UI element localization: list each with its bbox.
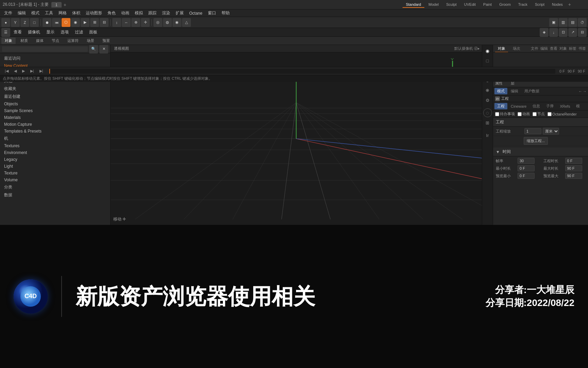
tab-operator[interactable]: 运算符 xyxy=(64,37,82,44)
tl-start[interactable]: |◀ xyxy=(3,68,11,74)
rail-cube-icon[interactable]: □ xyxy=(483,56,492,65)
tree-motion-capture[interactable]: Motion Capture xyxy=(0,121,110,128)
sec-icon1[interactable]: ☰ xyxy=(1,28,10,37)
menu-help[interactable]: 帮助 xyxy=(219,10,232,17)
fr-bookmark-menu[interactable]: 书签 xyxy=(578,46,586,51)
menu-simulate[interactable]: 模拟 xyxy=(132,10,146,17)
fr-file-menu[interactable]: 文件 xyxy=(531,46,538,51)
menu-mesh[interactable]: 网格 xyxy=(56,10,69,17)
tab-material[interactable]: 材质 xyxy=(17,37,31,44)
sec-icon-right3[interactable]: ⊡ xyxy=(559,28,568,37)
search-btn[interactable]: 🔍 xyxy=(89,45,98,53)
menu-volume[interactable]: 体积 xyxy=(69,10,83,17)
scale-unit-select[interactable]: 厘米 毫米 米 xyxy=(543,128,559,135)
mode-track[interactable]: Track xyxy=(515,2,531,8)
mode-paint[interactable]: Paint xyxy=(480,2,495,8)
preview-max-input[interactable] xyxy=(565,173,582,179)
tool-timer[interactable]: ⏱ xyxy=(578,18,587,27)
tool-render-right1[interactable]: ▣ xyxy=(549,18,558,27)
prop-back-btn[interactable]: ← xyxy=(578,89,582,93)
tool-rotate[interactable]: ↔ xyxy=(122,18,131,27)
tool-stop[interactable]: ▶ xyxy=(81,18,89,27)
vp-view-menu[interactable]: 查看 xyxy=(11,29,24,36)
tool-transform[interactable]: ✛ xyxy=(141,18,150,27)
tool-mode3[interactable]: Z xyxy=(20,18,29,27)
tool-mode4[interactable]: □ xyxy=(30,18,39,27)
fps-input[interactable] xyxy=(518,158,535,164)
fr-tag-menu[interactable]: 标签 xyxy=(569,46,576,51)
cb-nodes[interactable]: 节点 xyxy=(533,111,545,117)
tree-light[interactable]: Light xyxy=(0,163,110,170)
tree-favorites[interactable]: 收藏夹 xyxy=(0,85,110,93)
sec-icon-right1[interactable]: ◈ xyxy=(540,28,549,37)
tab-nodes[interactable]: 节点 xyxy=(48,37,63,44)
tool-prev[interactable]: ⏮ xyxy=(52,18,61,27)
tool-snap[interactable]: ⊞ xyxy=(90,18,99,27)
menu-extend[interactable]: 扩展 xyxy=(173,10,186,17)
tool-render[interactable]: ⬡ xyxy=(62,18,70,27)
menu-character[interactable]: 角色 xyxy=(105,10,118,17)
prop-tab-mode[interactable]: 模式 xyxy=(494,88,507,94)
menu-octane[interactable]: Octane xyxy=(186,10,205,16)
tool-mode1[interactable]: ● xyxy=(1,18,10,27)
cb-animation[interactable]: 动画 xyxy=(518,111,530,117)
tree-category[interactable]: 分类 xyxy=(0,183,110,191)
cb-nodes-input[interactable] xyxy=(533,112,537,116)
add-mode-tab[interactable]: + xyxy=(568,2,571,8)
rail-spline-icon[interactable]: ❋ xyxy=(483,86,492,95)
vp-filter-menu[interactable]: 过滤 xyxy=(72,29,86,36)
tool-coord2[interactable]: ◍ xyxy=(163,18,172,27)
vp-camera-menu[interactable]: 摄像机 xyxy=(25,29,43,36)
tree-texture[interactable]: Texture xyxy=(0,170,110,177)
tool-scale[interactable]: ⊕ xyxy=(131,18,140,27)
tool-render2[interactable]: ◉ xyxy=(71,18,80,27)
min-dur-input[interactable] xyxy=(518,165,535,171)
timeline-scrubber[interactable] xyxy=(49,69,555,74)
tool-move[interactable]: ↕ xyxy=(112,18,121,27)
mode-uvedit[interactable]: UVEdit xyxy=(461,2,479,8)
sec-icon-right4[interactable]: ↗ xyxy=(568,28,577,37)
prop-tab-userdata[interactable]: 用户数据 xyxy=(522,88,542,94)
menu-track[interactable]: 跟踪 xyxy=(146,10,159,17)
menu-window[interactable]: 窗口 xyxy=(205,10,219,17)
search-input[interactable] xyxy=(2,46,88,52)
scale-project-btn[interactable]: 缩放工程... xyxy=(524,137,548,145)
tool-mode2[interactable]: Y xyxy=(11,18,20,27)
tab-object[interactable]: 对象 xyxy=(1,37,16,44)
tab-scene[interactable]: 场景 xyxy=(83,37,98,44)
rail-palette-icon[interactable]: ◌ xyxy=(483,108,492,117)
tab-preset[interactable]: 预置 xyxy=(99,37,113,44)
vp-display-menu[interactable]: 显示 xyxy=(44,29,57,36)
fr-obj-menu[interactable]: 对象 xyxy=(559,46,567,51)
menu-render[interactable]: 渲染 xyxy=(159,10,173,17)
tl-prev[interactable]: ◀ xyxy=(12,68,19,74)
tree-materials[interactable]: Materials xyxy=(0,114,110,121)
cb-octane[interactable]: OctaneRender xyxy=(548,112,577,116)
menu-animate[interactable]: 动画 xyxy=(118,10,132,17)
tl-play[interactable]: ▶ xyxy=(20,68,27,74)
duration-input[interactable] xyxy=(565,158,582,164)
panel-close-btn[interactable]: ✕ xyxy=(99,45,108,53)
tool-snap2[interactable]: ⊟ xyxy=(100,18,109,27)
mode-sculpt[interactable]: Sculpt xyxy=(443,2,460,8)
tree-recent-create[interactable]: 最近创建 xyxy=(0,93,110,101)
menu-tools[interactable]: 工具 xyxy=(42,10,56,17)
menu-edit[interactable]: 编辑 xyxy=(15,10,29,17)
tl-end[interactable]: ▶| xyxy=(37,68,45,74)
cb-octane-input[interactable] xyxy=(548,112,552,116)
rail-deformer-icon[interactable]: ⚙ xyxy=(483,96,492,105)
add-tab-button[interactable]: + xyxy=(64,2,66,7)
ctab-info[interactable]: 信息 xyxy=(530,103,543,109)
tool-record[interactable]: ⏺ xyxy=(43,18,51,27)
sec-icon-right5[interactable]: ⊟ xyxy=(578,28,587,37)
mode-model[interactable]: Model xyxy=(425,2,442,8)
tree-templates[interactable]: Templates & Presets xyxy=(0,128,110,135)
tree-sample-scenes[interactable]: Sample Scenes xyxy=(0,107,110,114)
tool-coord3[interactable]: ◉ xyxy=(173,18,181,27)
tool-render-right2[interactable]: ▥ xyxy=(559,18,568,27)
tl-next[interactable]: ▶| xyxy=(28,68,36,74)
cb-todo-input[interactable] xyxy=(495,112,499,116)
fr-tab-object[interactable]: 对象 xyxy=(495,45,508,52)
tree-moji[interactable]: 机 xyxy=(0,135,110,142)
preview-min-input[interactable] xyxy=(518,173,535,179)
